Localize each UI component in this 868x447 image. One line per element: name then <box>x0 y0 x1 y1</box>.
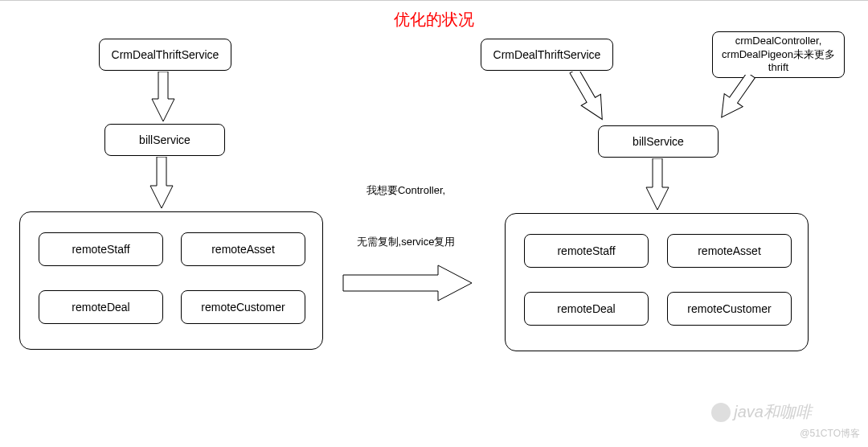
right-remote-staff: remoteStaff <box>524 234 649 268</box>
right-remote-asset: remoteAsset <box>667 234 792 268</box>
arrow-right-down <box>643 158 672 211</box>
arrow-left-1 <box>149 72 178 123</box>
right-bill-label: billService <box>633 134 684 149</box>
mid-text-1: 我想要Controller, <box>366 182 446 199</box>
right-controller-label: crmDealController, crmDealPigeon未来更多thri… <box>716 35 841 76</box>
mid-text-2: 无需复制,service复用 <box>354 234 458 250</box>
right-remote-customer: remoteCustomer <box>667 292 792 326</box>
right-bill-box: billService <box>598 125 719 158</box>
arrow-right-right-diag <box>693 75 773 133</box>
left-crm-box: CrmDealThriftService <box>99 39 231 71</box>
wechat-icon <box>711 403 731 422</box>
right-controller-box: crmDealController, crmDealPigeon未来更多thri… <box>712 31 845 78</box>
left-remote-asset-label: remoteAsset <box>211 242 275 256</box>
left-remote-deal-label: remoteDeal <box>72 300 129 314</box>
left-bill-box: billService <box>104 124 225 156</box>
right-remote-asset-label: remoteAsset <box>698 244 761 258</box>
left-remote-staff: remoteStaff <box>39 232 163 266</box>
diagram-title: 优化的状况 <box>394 9 474 31</box>
left-remote-customer: remoteCustomer <box>181 290 305 324</box>
left-remote-deal: remoteDeal <box>39 290 163 324</box>
left-remote-staff-label: remoteStaff <box>72 242 129 256</box>
wechat-watermark: java和咖啡 <box>711 401 812 423</box>
right-crm-box: CrmDealThriftService <box>481 39 613 71</box>
left-remote-customer-label: remoteCustomer <box>201 300 285 314</box>
left-crm-label: CrmDealThriftService <box>112 47 219 62</box>
right-crm-label: CrmDealThriftService <box>493 47 601 62</box>
left-remote-asset: remoteAsset <box>181 232 305 266</box>
cto-watermark: @51CTO博客 <box>800 427 860 441</box>
arrow-middle <box>342 264 474 302</box>
right-remote-deal: remoteDeal <box>524 292 649 326</box>
left-bill-label: billService <box>139 133 190 147</box>
arrow-left-2 <box>147 157 176 210</box>
right-remote-deal-label: remoteDeal <box>557 301 615 316</box>
right-remote-customer-label: remoteCustomer <box>687 301 771 316</box>
arrow-right-left-diag <box>553 72 633 129</box>
right-remote-staff-label: remoteStaff <box>557 244 615 258</box>
